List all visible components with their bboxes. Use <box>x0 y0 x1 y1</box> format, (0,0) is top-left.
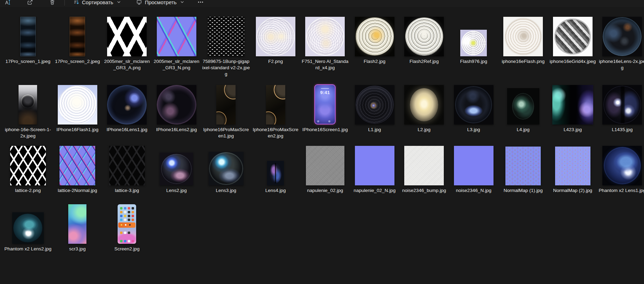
file-thumbnail[interactable] <box>19 85 37 125</box>
file-item[interactable]: Lens3.jpg <box>201 145 251 194</box>
file-thumbnail[interactable] <box>454 85 493 125</box>
file-thumbnail[interactable] <box>157 85 196 125</box>
file-item[interactable]: lattice-3.jpg <box>102 145 152 194</box>
more-icon[interactable] <box>197 0 204 5</box>
file-item[interactable]: iphone16eFlash.png <box>498 16 548 77</box>
toolbar-divider <box>64 0 65 6</box>
file-item[interactable]: lattice-2Normal.jpg <box>53 145 103 194</box>
file-thumbnail[interactable] <box>59 146 95 185</box>
file-thumbnail[interactable] <box>208 17 244 56</box>
file-item[interactable]: IPhone16Flash1.jpg <box>53 84 103 139</box>
file-item[interactable]: IPhone16Lens2.jpg <box>152 84 202 139</box>
file-item[interactable]: lattice-2.png <box>3 145 53 194</box>
file-thumbnail[interactable] <box>507 88 539 125</box>
file-item[interactable]: 2005mer_slr_mclaren_GR3_A.png <box>102 16 152 77</box>
file-thumbnail[interactable] <box>107 17 147 56</box>
file-thumbnail[interactable] <box>305 17 345 56</box>
file-name: iphone16eFlash.png <box>499 58 547 65</box>
file-name: 17Pro_screen_2.jpeg <box>54 58 101 65</box>
file-item[interactable]: scr3.jpg <box>53 204 103 252</box>
file-item[interactable]: iphone16eLens-2x.jpeg <box>597 16 644 77</box>
file-thumbnail[interactable] <box>216 85 236 125</box>
file-name: Iphone16ProMaxScreen1.jpg <box>202 127 250 139</box>
file-thumbnail[interactable] <box>68 204 86 244</box>
file-thumbnail[interactable] <box>602 146 642 185</box>
file-item[interactable]: Iphone16ProMaxScreen2.jpg <box>251 84 301 139</box>
file-item[interactable]: noise2346_bump.jpg <box>399 145 449 194</box>
file-thumbnail[interactable] <box>602 17 642 56</box>
file-item[interactable]: 7589675-1Bunp-gigapixel-standard v2-2x.j… <box>201 16 251 77</box>
file-thumbnail[interactable] <box>460 30 487 56</box>
view-menu-button[interactable]: Просмотреть <box>136 0 186 5</box>
file-item[interactable]: IPhone16Lens1.jpg <box>102 84 152 139</box>
file-thumbnail[interactable] <box>355 146 394 185</box>
file-thumbnail[interactable] <box>404 17 444 56</box>
file-name: L3.jpg <box>450 127 497 133</box>
file-thumbnail[interactable] <box>10 146 46 185</box>
file-thumbnail[interactable] <box>404 146 444 185</box>
rename-icon[interactable] <box>4 0 10 5</box>
file-thumbnail[interactable] <box>107 85 147 125</box>
file-item[interactable]: Lens2.jpg <box>152 145 202 194</box>
file-thumbnail[interactable] <box>256 17 295 56</box>
share-icon[interactable] <box>27 0 33 5</box>
file-thumbnail[interactable] <box>503 17 543 56</box>
file-name: noise2346_bump.jpg <box>400 187 448 194</box>
file-thumbnail[interactable] <box>12 212 44 244</box>
file-item[interactable]: 2005mer_slr_mclaren_GR3_N.png <box>152 16 202 77</box>
file-thumbnail[interactable]: 9:41 <box>314 84 336 125</box>
file-item[interactable]: napulenie_02_N.jpg <box>350 145 400 194</box>
file-item[interactable]: 17Pro_screen_1.jpeg <box>3 16 53 77</box>
file-item[interactable]: Iphone16ProMaxScreen1.jpg <box>201 84 251 139</box>
file-item[interactable]: iphone-16e-Screen-1-2x.jpeg <box>3 84 53 139</box>
file-thumbnail[interactable] <box>118 204 136 244</box>
file-thumbnail[interactable] <box>266 85 285 125</box>
file-thumbnail[interactable] <box>553 17 593 56</box>
file-item[interactable]: F2.png <box>251 16 301 77</box>
file-item[interactable]: L1.jpg <box>350 84 400 139</box>
file-thumbnail[interactable] <box>552 85 593 125</box>
file-name: noise2346_N.jpg <box>450 187 497 194</box>
file-thumbnail[interactable] <box>355 85 394 125</box>
file-thumbnail[interactable] <box>454 146 493 185</box>
file-thumbnail[interactable] <box>355 17 394 56</box>
file-item[interactable]: Phantom x2 Lens1.jpg <box>597 145 644 194</box>
file-thumbnail[interactable] <box>109 146 145 185</box>
file-thumbnail[interactable] <box>209 152 244 185</box>
file-item[interactable]: F751_Nero AI_Standard_x4.jpg <box>300 16 350 77</box>
file-item[interactable]: 17Pro_screen_2.jpeg <box>53 16 103 77</box>
file-item[interactable]: L4.jpg <box>498 84 548 139</box>
files-grid: 17Pro_screen_1.jpeg17Pro_screen_2.jpeg20… <box>0 16 644 252</box>
file-item[interactable]: NormalMap (2).jpg <box>548 145 598 194</box>
file-thumbnail[interactable] <box>20 17 36 56</box>
file-item[interactable]: L423.jpg <box>548 84 598 139</box>
file-name: NormalMap (1).jpg <box>499 187 547 194</box>
file-thumbnail[interactable] <box>160 152 193 185</box>
file-thumbnail[interactable] <box>602 85 642 125</box>
file-thumbnail[interactable] <box>267 161 284 185</box>
file-item[interactable]: 9:41IPhone16Screen1.jpg <box>300 84 350 139</box>
file-thumbnail[interactable] <box>555 147 590 185</box>
file-item[interactable]: Screen2.jpg <box>102 204 152 252</box>
file-item[interactable]: Phantom x2 Lens2.jpg <box>3 204 53 252</box>
file-thumbnail[interactable] <box>58 85 97 125</box>
sort-menu-button[interactable]: Сортировать <box>73 0 122 5</box>
file-name: scr3.jpg <box>54 246 101 252</box>
file-item[interactable]: Flash976.jpg <box>449 16 499 77</box>
file-thumbnail[interactable] <box>70 17 85 56</box>
file-thumbnail[interactable] <box>505 147 541 185</box>
file-item[interactable]: iphone16eGrid4x.jpeg <box>548 16 598 77</box>
file-item[interactable]: napulenie_02.jpg <box>300 145 350 194</box>
file-item[interactable]: NormalMap (1).jpg <box>498 145 548 194</box>
file-item[interactable]: L1435.jpg <box>597 84 644 139</box>
file-item[interactable]: L3.jpg <box>449 84 499 139</box>
file-item[interactable]: Lens4.jpg <box>251 145 301 194</box>
delete-icon[interactable] <box>49 0 55 5</box>
file-item[interactable]: L2.jpg <box>399 84 449 139</box>
file-thumbnail[interactable] <box>404 85 444 125</box>
file-item[interactable]: Flash2.jpg <box>350 16 400 77</box>
file-item[interactable]: noise2346_N.jpg <box>449 145 499 194</box>
file-thumbnail[interactable] <box>157 17 196 56</box>
file-thumbnail[interactable] <box>306 146 344 185</box>
file-item[interactable]: Flash2Ref.jpg <box>399 16 449 77</box>
